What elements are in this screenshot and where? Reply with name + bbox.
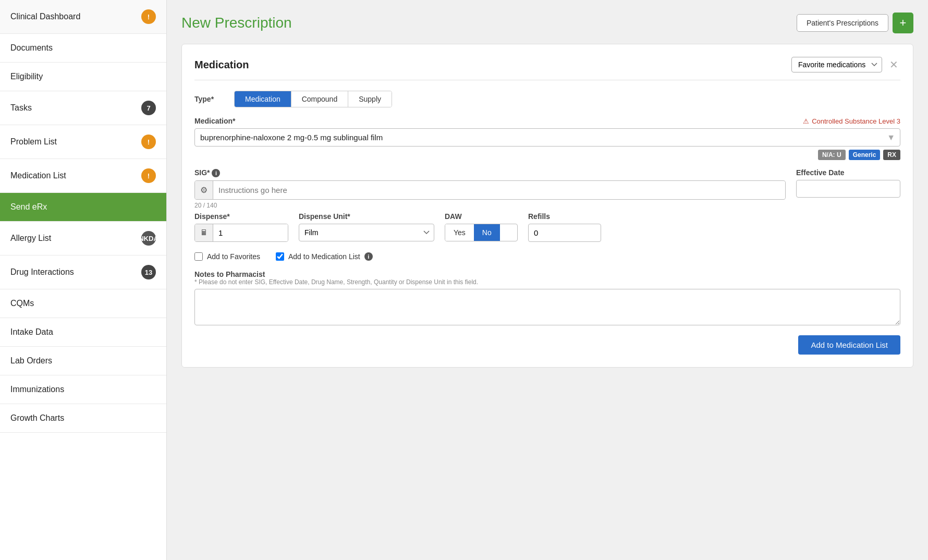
- dispense-label: Dispense*: [194, 212, 230, 221]
- daw-btn-yes[interactable]: Yes: [445, 224, 474, 241]
- sidebar-badge-medication-list: !: [141, 168, 156, 183]
- medication-label-row: Medication* ⚠ Controlled Substance Level…: [194, 117, 900, 125]
- sidebar-badge-allergy-list: NKDA: [141, 231, 156, 246]
- sidebar-label-send-erx: Send eRx: [10, 202, 47, 212]
- refills-label: Refills: [528, 212, 550, 221]
- sidebar-item-clinical-dashboard[interactable]: Clinical Dashboard!: [0, 0, 166, 34]
- tag-row: N/A: UGenericRX: [194, 150, 900, 160]
- sig-label: SIG* i: [194, 168, 220, 177]
- sidebar-item-cqms[interactable]: CQMs: [0, 289, 166, 318]
- sig-gear-icon[interactable]: ⚙: [195, 181, 213, 199]
- add-to-medication-list-button[interactable]: Add to Medication List: [798, 335, 900, 355]
- refills-section: Refills: [528, 212, 601, 242]
- dispense-section: Dispense* 🖩: [194, 212, 288, 242]
- refills-input[interactable]: [528, 224, 601, 242]
- add-plus-button[interactable]: +: [893, 13, 913, 33]
- effective-date-input[interactable]: [796, 180, 900, 198]
- add-favorites-label: Add to Favorites: [207, 252, 260, 261]
- sidebar-label-immunizations: Immunizations: [10, 385, 64, 394]
- char-count: 20 / 140: [194, 202, 786, 209]
- daw-btn-no[interactable]: No: [474, 224, 500, 241]
- controlled-substance-badge: ⚠ Controlled Substance Level 3: [803, 117, 900, 125]
- type-label: Type*: [194, 91, 226, 103]
- sidebar-badge-tasks: 7: [141, 101, 156, 115]
- add-medication-list-checkbox[interactable]: [276, 252, 284, 261]
- type-btn-compound[interactable]: Compound: [291, 91, 349, 107]
- tag-rx: RX: [883, 150, 900, 160]
- sidebar: Clinical Dashboard!DocumentsEligibilityT…: [0, 0, 167, 560]
- top-header: New Prescription Patient's Prescriptions…: [181, 13, 913, 33]
- dispense-unit-section: Dispense Unit* FilmTabletCapsulemL: [299, 212, 434, 241]
- dispense-input[interactable]: [213, 224, 288, 241]
- sidebar-item-drug-interactions[interactable]: Drug Interactions13: [0, 255, 166, 289]
- refills-label-row: Refills: [528, 212, 601, 221]
- sidebar-item-documents[interactable]: Documents: [0, 34, 166, 63]
- dispense-label-row: Dispense*: [194, 212, 288, 221]
- sidebar-item-allergy-list[interactable]: Allergy ListNKDA: [0, 222, 166, 255]
- dispense-unit-select[interactable]: FilmTabletCapsulemL: [299, 224, 434, 241]
- medication-section: Medication* ⚠ Controlled Substance Level…: [194, 117, 900, 160]
- tag-nau: N/A: U: [818, 150, 846, 160]
- sidebar-item-lab-orders[interactable]: Lab Orders: [0, 347, 166, 375]
- sidebar-badge-drug-interactions: 13: [141, 265, 156, 279]
- daw-section: DAW YesNo: [445, 212, 518, 241]
- add-favorites-checkbox-label[interactable]: Add to Favorites: [194, 252, 260, 261]
- add-medication-list-label: Add to Medication List: [288, 252, 360, 261]
- medication-input-wrap: ▼: [194, 128, 900, 147]
- sig-input-wrap: ⚙: [194, 180, 786, 200]
- dispense-unit-label-row: Dispense Unit*: [299, 212, 434, 221]
- sidebar-badge-problem-list: !: [141, 135, 156, 149]
- notes-label: Notes to Pharmacist: [194, 270, 900, 278]
- calculator-icon[interactable]: 🖩: [195, 224, 213, 241]
- card-title: Medication: [194, 59, 249, 71]
- effective-date-label: Effective Date: [796, 168, 845, 177]
- tag-generic: Generic: [849, 150, 881, 160]
- checkboxes-row: Add to Favorites Add to Medication List …: [194, 252, 900, 261]
- sidebar-item-growth-charts[interactable]: Growth Charts: [0, 404, 166, 433]
- sidebar-label-medication-list: Medication List: [10, 171, 66, 180]
- type-btn-medication[interactable]: Medication: [235, 91, 291, 107]
- main-content: New Prescription Patient's Prescriptions…: [167, 0, 928, 560]
- dispense-unit-label: Dispense Unit*: [299, 212, 350, 221]
- card-header-right: Favorite medications ✕: [791, 57, 900, 72]
- effective-date-section: Effective Date: [796, 168, 900, 209]
- sidebar-label-growth-charts: Growth Charts: [10, 413, 64, 423]
- warning-icon: ⚠: [803, 117, 809, 125]
- notes-section: Notes to Pharmacist * Please do not ente…: [194, 270, 900, 327]
- sig-section: SIG* i ⚙ 20 / 140: [194, 168, 786, 209]
- sig-label-row: SIG* i: [194, 168, 786, 177]
- sig-info-icon[interactable]: i: [212, 169, 220, 177]
- sidebar-item-send-erx[interactable]: Send eRx: [0, 193, 166, 222]
- daw-label-row: DAW: [445, 212, 518, 221]
- sidebar-label-lab-orders: Lab Orders: [10, 356, 52, 366]
- medication-field-label: Medication*: [194, 117, 236, 125]
- sidebar-label-tasks: Tasks: [10, 103, 32, 113]
- sidebar-item-medication-list[interactable]: Medication List!: [0, 159, 166, 193]
- sidebar-item-eligibility[interactable]: Eligibility: [0, 63, 166, 91]
- type-button-group: MedicationCompoundSupply: [234, 91, 392, 107]
- favorites-select[interactable]: Favorite medications: [791, 57, 882, 72]
- close-icon[interactable]: ✕: [887, 58, 900, 71]
- sidebar-item-intake-data[interactable]: Intake Data: [0, 318, 166, 347]
- medication-list-info-icon[interactable]: i: [364, 252, 373, 261]
- notes-textarea[interactable]: [194, 289, 900, 325]
- dropdown-arrow-icon: ▼: [887, 133, 895, 142]
- daw-toggle: YesNo: [445, 224, 518, 241]
- sidebar-label-documents: Documents: [10, 43, 53, 53]
- type-btn-supply[interactable]: Supply: [348, 91, 392, 107]
- sidebar-item-immunizations[interactable]: Immunizations: [0, 375, 166, 404]
- page-title: New Prescription: [181, 15, 292, 31]
- sidebar-label-intake-data: Intake Data: [10, 327, 53, 337]
- medication-input[interactable]: [194, 128, 900, 147]
- sig-input[interactable]: [213, 181, 785, 199]
- patient-prescriptions-button[interactable]: Patient's Prescriptions: [797, 14, 888, 32]
- sidebar-label-allergy-list: Allergy List: [10, 234, 51, 243]
- sidebar-item-problem-list[interactable]: Problem List!: [0, 125, 166, 159]
- action-row: Add to Medication List: [194, 335, 900, 355]
- sidebar-item-tasks[interactable]: Tasks7: [0, 91, 166, 125]
- dispense-row: Dispense* 🖩 Dispense Unit* FilmTabletCap…: [194, 212, 900, 242]
- effective-date-label-row: Effective Date: [796, 168, 900, 177]
- daw-label: DAW: [445, 212, 462, 221]
- add-favorites-checkbox[interactable]: [194, 252, 203, 261]
- add-medication-list-checkbox-label[interactable]: Add to Medication List i: [276, 252, 373, 261]
